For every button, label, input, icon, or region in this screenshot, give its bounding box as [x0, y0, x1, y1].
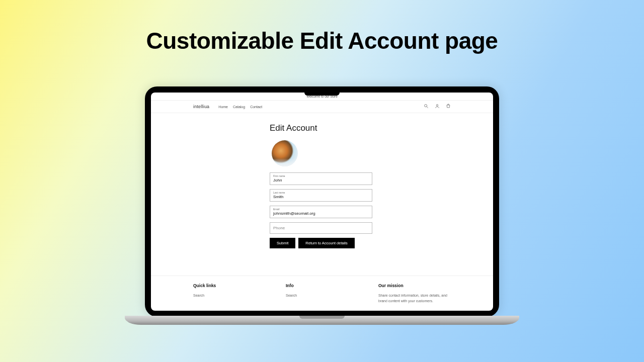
app-screenshot: Welcome to our store intelliua Home Cata… [151, 93, 493, 311]
footer-col2-title: Info [286, 283, 358, 288]
footer-mission: Our mission Share contact information, s… [378, 283, 451, 304]
main-nav: Home Catalog Contact [218, 105, 262, 109]
last-name-field[interactable]: Last name Smith [270, 189, 372, 202]
email-label: Email [273, 208, 369, 211]
nav-contact[interactable]: Contact [250, 105, 262, 109]
nav-home[interactable]: Home [218, 105, 228, 109]
laptop-base [125, 316, 519, 325]
last-name-value: Smith [273, 195, 369, 199]
footer-col1-link[interactable]: Search [193, 294, 204, 297]
footer-col1-title: Quick links [193, 283, 266, 288]
button-row: Submit Return to Account details [270, 238, 493, 248]
profile-avatar[interactable] [272, 140, 298, 166]
svg-point-0 [425, 105, 427, 107]
first-name-value: John [273, 178, 369, 183]
email-field[interactable]: Email johnsmith@seomail.org [270, 206, 372, 218]
last-name-label: Last name [273, 191, 369, 194]
edit-account-content: Edit Account First name John Last name S… [151, 113, 493, 248]
svg-line-1 [427, 107, 428, 108]
svg-point-2 [436, 105, 438, 106]
return-button[interactable]: Return to Account details [298, 238, 354, 248]
footer: Quick links Search Info Search Our missi… [151, 276, 493, 311]
laptop-notch [304, 92, 340, 96]
submit-button[interactable]: Submit [270, 238, 295, 248]
phone-placeholder: Phone [273, 226, 285, 230]
first-name-field[interactable]: First name John [270, 172, 372, 185]
nav-catalog[interactable]: Catalog [233, 105, 245, 109]
footer-col3-title: Our mission [378, 283, 451, 288]
search-icon[interactable] [424, 104, 429, 110]
first-name-label: First name [273, 174, 369, 177]
page-title: Edit Account [270, 123, 493, 133]
cart-icon[interactable] [446, 104, 451, 110]
store-logo[interactable]: intelliua [193, 104, 209, 109]
footer-col2-link[interactable]: Search [286, 294, 297, 297]
footer-info: Info Search [286, 283, 358, 304]
laptop-screen: Welcome to our store intelliua Home Cata… [145, 86, 499, 317]
footer-col3-text: Share contact information, store details… [378, 293, 451, 304]
email-value: johnsmith@seomail.org [273, 211, 369, 216]
promo-title: Customizable Edit Account page [0, 27, 644, 54]
top-nav: intelliua Home Catalog Contact [151, 101, 493, 113]
laptop-mockup: Welcome to our store intelliua Home Cata… [145, 86, 499, 343]
account-icon[interactable] [435, 104, 440, 110]
footer-quick-links: Quick links Search [193, 283, 266, 304]
phone-field[interactable]: Phone [270, 222, 372, 234]
